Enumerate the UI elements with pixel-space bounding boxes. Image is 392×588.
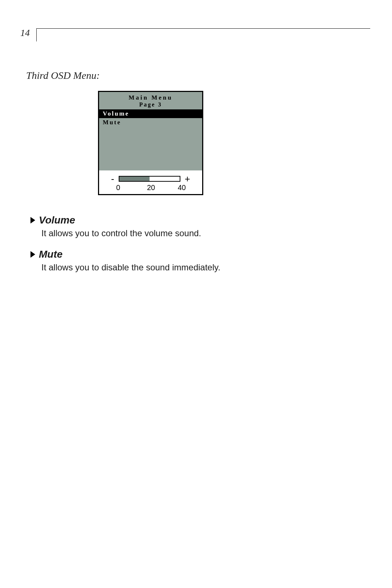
osd-slider-track [119, 176, 180, 182]
osd-title: Main Menu [99, 92, 202, 101]
osd-item-mute: Mute [99, 118, 202, 127]
osd-slider-panel: - + 0 20 40 [99, 170, 202, 194]
entry-volume: Volume It allows you to control the volu… [29, 214, 356, 238]
osd-upper-panel: Main Menu Page 3 Volume Mute [99, 92, 202, 170]
plus-icon: + [185, 174, 190, 184]
entry-list: Volume It allows you to control the volu… [29, 214, 356, 283]
slider-tick-40: 40 [166, 184, 186, 192]
entry-title: Volume [39, 214, 75, 226]
section-heading: Third OSD Menu: [26, 70, 100, 81]
slider-tick-20: 20 [141, 184, 161, 192]
entry-mute: Mute It allows you to disable the sound … [29, 249, 356, 273]
osd-menu-screenshot: Main Menu Page 3 Volume Mute - + 0 20 40 [98, 91, 203, 195]
top-rule-vertical [36, 28, 37, 41]
triangle-bullet-icon [30, 251, 35, 258]
document-page: 14 Third OSD Menu: Main Menu Page 3 Volu… [0, 0, 392, 588]
osd-slider-fill [119, 177, 150, 181]
entry-title: Mute [39, 249, 62, 260]
minus-icon: - [111, 174, 114, 184]
osd-subtitle: Page 3 [99, 101, 202, 109]
slider-tick-0: 0 [116, 184, 136, 192]
osd-empty-area [99, 127, 202, 170]
osd-slider-row: - + [105, 174, 196, 184]
osd-item-volume: Volume [99, 109, 202, 118]
entry-description: It allows you to disable the sound immed… [41, 262, 356, 273]
entry-head: Volume [29, 214, 356, 226]
top-rule-horizontal [36, 28, 370, 29]
entry-description: It allows you to control the volume soun… [41, 228, 356, 238]
osd-slider-labels: 0 20 40 [105, 184, 196, 192]
triangle-bullet-icon [30, 217, 35, 223]
entry-head: Mute [29, 249, 356, 260]
page-number: 14 [20, 28, 30, 39]
